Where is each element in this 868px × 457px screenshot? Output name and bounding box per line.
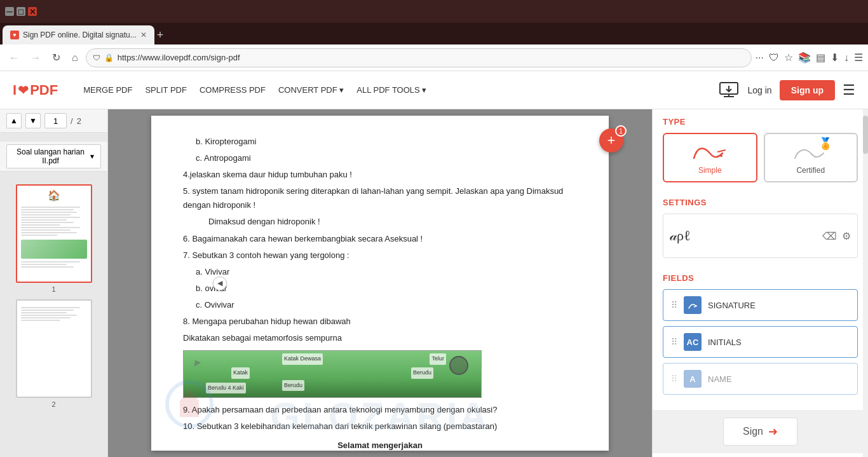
type-simple-option[interactable]: Simple bbox=[663, 133, 757, 182]
app-header: I ❤ PDF MERGE PDF SPLIT PDF COMPRESS PDF… bbox=[0, 71, 868, 109]
header-actions: Log in Sign up ☰ bbox=[717, 79, 855, 102]
back-button[interactable]: ← bbox=[5, 51, 23, 65]
pdf-line-c-ovivivar: c. Ovivivar bbox=[196, 298, 577, 312]
address-bar: ← → ↻ ⌂ 🛡 🔒 https://www.ilovepdf.com/sig… bbox=[0, 44, 868, 71]
frog-label-dewasa: Katak Dewasa bbox=[282, 353, 323, 364]
sign-button[interactable]: Sign ➜ bbox=[723, 418, 797, 446]
gear-icon[interactable]: ⚙ bbox=[842, 230, 851, 242]
download-app-button[interactable] bbox=[717, 79, 740, 102]
filename-button[interactable]: Soal ulangan harian II.pdf ▾ bbox=[6, 144, 101, 168]
url-text: https://www.ilovepdf.com/sign-pdf bbox=[118, 53, 240, 62]
home-button[interactable]: ⌂ bbox=[68, 51, 82, 65]
thumb-page-number-2: 2 bbox=[51, 400, 55, 408]
initials-field-label: INITIALS bbox=[708, 338, 742, 347]
main-nav: MERGE PDF SPLIT PDF COMPRESS PDF CONVERT… bbox=[83, 85, 704, 95]
pocket-icon[interactable]: ⬇ bbox=[831, 51, 839, 64]
more-options-icon[interactable]: ··· bbox=[756, 52, 764, 64]
thumb-page-2 bbox=[16, 299, 92, 398]
logo[interactable]: I ❤ PDF bbox=[13, 82, 58, 99]
hamburger-menu-button[interactable]: ☰ bbox=[843, 82, 855, 99]
library-icon[interactable]: 📚 bbox=[798, 51, 811, 64]
scrollbar-thumb[interactable] bbox=[863, 116, 868, 154]
reload-button[interactable]: ↻ bbox=[48, 50, 64, 65]
page-thumbnail-1[interactable]: 🏠 bbox=[6, 184, 101, 293]
page-thumbnail-2[interactable]: 2 bbox=[6, 299, 101, 408]
lock-icon: 🔒 bbox=[104, 53, 114, 62]
nav-convert-pdf[interactable]: CONVERT PDF ▾ bbox=[278, 85, 344, 95]
fields-section: FIELDS ⠿ SIGNATURE ⠿ AC INITIALS ⠿ A bbox=[653, 266, 868, 407]
nav-compress-pdf[interactable]: COMPRESS PDF bbox=[200, 85, 266, 95]
login-button[interactable]: Log in bbox=[748, 85, 772, 95]
pdf-scroll-area[interactable]: + 1 b. Kiropterogami c. Antropogami 4.je… bbox=[108, 109, 652, 457]
monitor-download-icon bbox=[719, 81, 739, 99]
active-tab[interactable]: ♥ Sign PDF online. Digital signatu... ✕ bbox=[3, 25, 154, 44]
settings-section: SETTINGS 𝒶ρℓ ⌫ ⚙ bbox=[653, 190, 868, 266]
thumb-page-number-1: 1 bbox=[51, 285, 55, 293]
certified-label: Certified bbox=[796, 166, 825, 175]
menu-icon[interactable]: ☰ bbox=[854, 51, 863, 64]
security-icon: 🛡 bbox=[93, 53, 100, 62]
field-item-name[interactable]: ⠿ A NAME bbox=[663, 363, 858, 395]
signature-icon-box bbox=[684, 296, 702, 314]
type-section: TYPE Simple bbox=[653, 109, 868, 190]
simple-signature-icon bbox=[691, 140, 729, 163]
page-number-input[interactable] bbox=[44, 113, 67, 128]
pdf-line-q4: 4.jelaskan skema daur hidup tumbuhan pak… bbox=[183, 168, 577, 182]
svg-point-7 bbox=[720, 154, 722, 157]
name-icon-box: A bbox=[684, 370, 702, 388]
browser-action-icons: ··· 🛡 ☆ 📚 ▤ ⬇ ↓ ☰ bbox=[756, 51, 863, 64]
pdf-closing: Selamat mengerjakan bbox=[183, 439, 577, 453]
type-certified-option[interactable]: 🏅 Certified bbox=[764, 133, 858, 182]
logo-pdf: PDF bbox=[30, 82, 58, 99]
thumb-page-1: 🏠 bbox=[16, 184, 92, 283]
svg-marker-5 bbox=[180, 388, 199, 401]
simple-label: Simple bbox=[698, 166, 722, 175]
right-panel-scrollbar[interactable] bbox=[863, 109, 868, 457]
watermark-text: GLOZARIA bbox=[151, 394, 609, 438]
new-tab-button[interactable]: + bbox=[157, 29, 164, 42]
watermark-logo bbox=[164, 379, 215, 432]
medal-icon: 🏅 bbox=[818, 137, 832, 151]
pdf-line-b-kiropt: b. Kiropterogami bbox=[196, 135, 577, 149]
pdf-line-c-antrop: c. Antropogami bbox=[196, 151, 577, 165]
signup-button[interactable]: Sign up bbox=[780, 80, 835, 100]
sign-bar: Sign ➜ bbox=[653, 410, 868, 453]
add-badge: 1 bbox=[615, 125, 627, 137]
tab-close-button[interactable]: ✕ bbox=[140, 31, 147, 39]
eraser-icon[interactable]: ⌫ bbox=[822, 230, 837, 242]
settings-box: 𝒶ρℓ ⌫ ⚙ bbox=[663, 214, 858, 258]
url-bar[interactable]: 🛡 🔒 https://www.ilovepdf.com/sign-pdf bbox=[86, 48, 752, 67]
field-item-initials[interactable]: ⠿ AC INITIALS bbox=[663, 326, 858, 358]
close-button[interactable]: ✕ bbox=[28, 7, 37, 16]
nav-all-tools[interactable]: ALL PDF TOOLS ▾ bbox=[356, 85, 426, 95]
main-area: ▲ ▼ / 2 Soal ulangan harian II.pdf ▾ 🏠 bbox=[0, 109, 868, 457]
sign-button-label: Sign bbox=[743, 426, 763, 437]
pdf-line-q8b: Dikatakan sebagai metamorfosis sempurna bbox=[183, 331, 577, 345]
maximize-button[interactable]: □ bbox=[17, 7, 25, 16]
nav-merge-pdf[interactable]: MERGE PDF bbox=[83, 85, 132, 95]
field-item-signature[interactable]: ⠿ SIGNATURE bbox=[663, 289, 858, 321]
page-down-button[interactable]: ▼ bbox=[25, 113, 41, 128]
collapse-panel-button[interactable]: ◀ bbox=[213, 276, 227, 290]
forward-button[interactable]: → bbox=[27, 51, 44, 65]
sign-arrow-icon: ➜ bbox=[768, 425, 778, 439]
browser-chrome: ─ □ ✕ bbox=[0, 0, 868, 23]
frog-label-berudu2: Berudu bbox=[282, 380, 304, 391]
frog-label-berudu: Berudu bbox=[411, 367, 433, 378]
minimize-button[interactable]: ─ bbox=[5, 7, 14, 16]
add-button-container: + 1 bbox=[599, 128, 623, 153]
settings-section-label: SETTINGS bbox=[663, 198, 858, 207]
pdf-line-a-vivivar: a. Vivivar bbox=[196, 265, 577, 279]
nav-split-pdf[interactable]: SPLIT PDF bbox=[145, 85, 187, 95]
pdf-toolbar: ▲ ▼ / 2 bbox=[0, 109, 107, 133]
page-up-button[interactable]: ▲ bbox=[6, 113, 22, 128]
reader-icon[interactable]: ▤ bbox=[816, 51, 825, 64]
download-icon[interactable]: ↓ bbox=[844, 52, 849, 64]
total-pages: 2 bbox=[77, 116, 81, 126]
signature-field-label: SIGNATURE bbox=[708, 301, 756, 310]
pdf-line-q7: 7. Sebutkan 3 contoh hewan yang tergolon… bbox=[183, 249, 577, 263]
window-controls: ─ □ ✕ bbox=[5, 7, 37, 16]
bookmark-icon[interactable]: ☆ bbox=[784, 51, 793, 64]
tab-title: Sign PDF online. Digital signatu... bbox=[23, 31, 137, 39]
pdf-line-q5: 5. system tanam hidroponik sering ditera… bbox=[183, 184, 577, 212]
